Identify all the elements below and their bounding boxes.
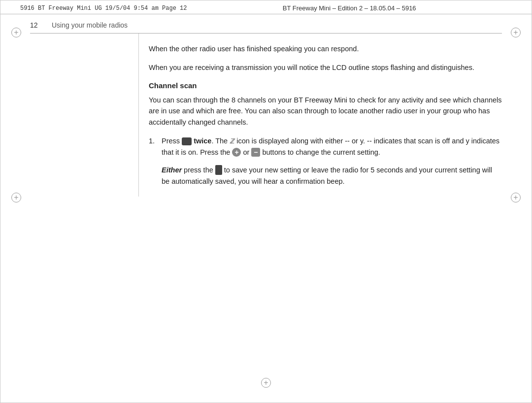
section-label: Using your mobile radios bbox=[52, 21, 128, 29]
either-paragraph: Either press the to save your new settin… bbox=[149, 165, 502, 187]
page-wrapper: 5916 BT Freeway Mini UG 19/5/04 9:54 am … bbox=[0, 0, 532, 403]
header-title: BT Freeway Mini – Edition 2 – 18.05.04 –… bbox=[283, 4, 416, 12]
right-column: When the other radio user has finished s… bbox=[138, 34, 502, 197]
ptt-icon bbox=[215, 165, 222, 175]
paragraph-1: When the other radio user has finished s… bbox=[149, 43, 502, 54]
step-1: 1. Press twice. The ℤ icon is displayed … bbox=[149, 135, 502, 158]
either-label: Either bbox=[162, 166, 182, 174]
twice-label: twice bbox=[194, 137, 211, 145]
menu-icon bbox=[182, 137, 192, 145]
page-number: 12 bbox=[30, 21, 42, 29]
reg-mark-top-left bbox=[11, 28, 21, 37]
header-file-info: 5916 BT Freeway Mini UG 19/5/04 9:54 am … bbox=[20, 5, 187, 12]
reg-mark-bot-center bbox=[261, 378, 271, 388]
step-1-content: Press twice. The ℤ icon is displayed alo… bbox=[162, 135, 502, 158]
channel-scan-heading: Channel scan bbox=[149, 81, 502, 90]
scan-icon: ℤ bbox=[230, 136, 234, 146]
channel-scan-intro: You can scan through the 8 channels on y… bbox=[149, 95, 502, 128]
step-1-number: 1. bbox=[149, 135, 158, 158]
paragraph-2: When you are receiving a transmission yo… bbox=[149, 62, 502, 73]
top-header: 5916 BT Freeway Mini UG 19/5/04 9:54 am … bbox=[0, 0, 532, 14]
plus-button-icon bbox=[232, 148, 241, 157]
two-col-layout: When the other radio user has finished s… bbox=[30, 34, 502, 197]
reg-mark-mid-left bbox=[11, 193, 21, 202]
page-section-row: 12 Using your mobile radios bbox=[0, 14, 532, 33]
left-column bbox=[30, 34, 138, 197]
minus-button-icon bbox=[251, 148, 260, 157]
reg-mark-mid-right bbox=[511, 193, 521, 202]
steps-list: 1. Press twice. The ℤ icon is displayed … bbox=[149, 135, 502, 158]
reg-mark-top-right bbox=[511, 28, 521, 37]
